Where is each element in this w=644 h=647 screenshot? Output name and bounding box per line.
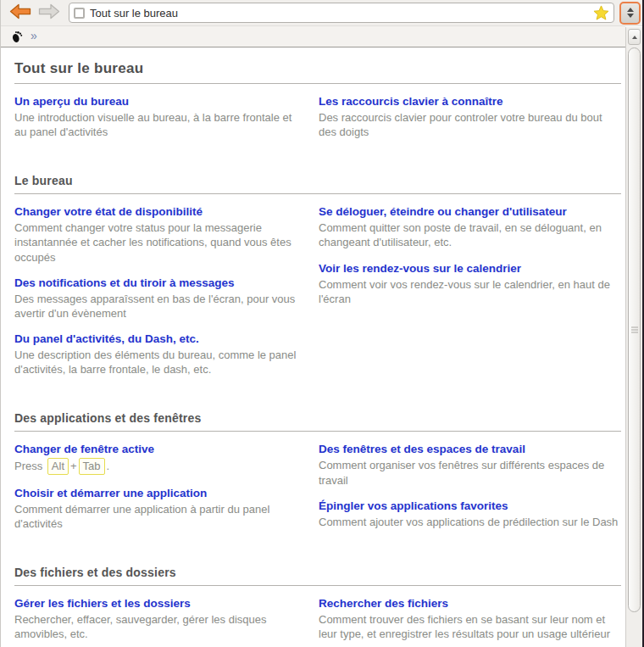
location-text: Tout sur le bureau (90, 7, 588, 20)
topic-item: Épingler vos applications favoritesComme… (319, 499, 621, 529)
topic-column: Changer de fenêtre activePress Alt+Tab.C… (14, 443, 303, 542)
topic-desc: Des raccourcis clavier pour controler vo… (319, 110, 621, 139)
topic-column: Les raccourcis clavier à connaîtreDes ra… (319, 95, 621, 151)
desc-text: . (107, 460, 110, 472)
content-area: Tout sur le bureau Un aperçu du bureauUn… (2, 48, 625, 647)
topic-item: Changer de fenêtre activePress Alt+Tab. (14, 443, 303, 474)
toolbar: Tout sur le bureau (1, 0, 644, 26)
scroll-up-button[interactable] (628, 29, 641, 45)
page-icon (74, 8, 85, 19)
topic-link[interactable]: Épingler vos applications favorites (319, 499, 508, 512)
section-heading: Des fichiers et des dossiers (14, 566, 621, 579)
keyboard-key: Tab (79, 458, 105, 474)
section-divider (14, 193, 621, 194)
title-divider (14, 83, 621, 84)
topic-item: Choisir et démarrer une applicationComme… (14, 487, 303, 531)
desc-text: Press (14, 460, 46, 472)
spin-button[interactable] (619, 2, 641, 25)
section-divider (14, 585, 621, 586)
topic-link[interactable]: Voir les rendez-vous sur le calendrier (319, 262, 521, 275)
topic-sections: Un aperçu du bureauUne introduction visu… (14, 95, 621, 647)
topic-item: Se déloguer, éteindre ou changer d'utili… (319, 205, 621, 249)
topic-desc: Une description des éléments du bureau, … (14, 348, 303, 376)
topic-item: Un aperçu du bureauUne introduction visu… (14, 95, 303, 139)
topic-item: Les raccourcis clavier à connaîtreDes ra… (319, 95, 621, 139)
gnome-foot-icon[interactable] (11, 31, 23, 43)
topic-desc: Comment trouver des fichiers en se basan… (319, 612, 621, 641)
topic-column: Un aperçu du bureauUne introduction visu… (14, 95, 303, 151)
topic-link[interactable]: Des fenêtres et des espaces de travail (319, 443, 525, 455)
topic-desc: Comment ajouter vos applications de préd… (319, 515, 621, 529)
chevron-right-icon[interactable]: » (31, 30, 37, 43)
topic-link[interactable]: Rechercher des fichiers (319, 597, 448, 610)
topic-link[interactable]: Des notifications et du tiroir à message… (14, 276, 235, 289)
topic-item: Du panel d'activités, du Dash, etc.Une d… (14, 332, 303, 376)
breadcrumb: » (1, 26, 625, 47)
desc-text: + (70, 460, 77, 472)
topic-column: Gérer les fichiers et les dossiersRecher… (14, 597, 303, 647)
forward-button[interactable] (35, 3, 64, 23)
topic-link[interactable]: Gérer les fichiers et les dossiers (14, 597, 191, 610)
spin-down-icon[interactable] (627, 14, 634, 18)
topic-column: Des fenêtres et des espaces de travailCo… (319, 443, 621, 540)
section-divider (14, 431, 621, 432)
spin-up-icon[interactable] (627, 8, 634, 12)
keyboard-key: Alt (47, 458, 69, 474)
topic-desc: Press Alt+Tab. (14, 458, 303, 474)
topic-link[interactable]: Les raccourcis clavier à connaître (319, 95, 503, 108)
section-heading: Des applications et des fenêtres (14, 411, 621, 425)
scrollbar-thumb[interactable] (628, 47, 641, 612)
section-columns: Un aperçu du bureauUne introduction visu… (14, 95, 621, 151)
scroll-up-icon (632, 36, 637, 39)
topic-desc: Une introduction visuelle au bureau, à l… (14, 110, 303, 139)
topic-column: Se déloguer, éteindre ou changer d'utili… (319, 205, 621, 318)
topic-desc: Des messages apparaîssent en bas de l'éc… (14, 292, 303, 321)
topic-desc: Comment quitter son poste de travail, en… (319, 220, 621, 249)
section-columns: Changer de fenêtre activePress Alt+Tab.C… (14, 443, 621, 542)
topic-item: Gérer les fichiers et les dossiersRecher… (14, 597, 303, 641)
section-columns: Changer votre état de disponibilitéComme… (14, 205, 621, 388)
back-button[interactable] (6, 3, 35, 23)
topic-item: Des notifications et du tiroir à message… (14, 276, 303, 321)
forward-icon (37, 3, 61, 22)
topic-link[interactable]: Du panel d'activités, du Dash, etc. (14, 332, 199, 345)
topic-item: Voir les rendez-vous sur le calendrierCo… (319, 262, 621, 306)
topic-desc: Comment changer votre status pour la mes… (14, 220, 303, 264)
page-title: Tout sur le bureau (14, 60, 621, 77)
section-heading: Le bureau (14, 174, 621, 187)
topic-desc: Comment organiser vos fenêtres sur diffé… (319, 458, 621, 487)
topic-item: Changer votre état de disponibilitéComme… (14, 205, 303, 264)
scrollbar-track[interactable] (625, 27, 642, 647)
topic-column: Changer votre état de disponibilitéComme… (14, 205, 303, 388)
topic-link[interactable]: Choisir et démarrer une application (14, 487, 207, 499)
topic-desc: Rechercher, effacer, sauvegarder, gérer … (14, 612, 303, 641)
bookmark-star-icon[interactable] (593, 5, 609, 20)
topic-item: Des fenêtres et des espaces de travailCo… (319, 443, 621, 487)
back-icon (8, 3, 32, 22)
section-columns: Gérer les fichiers et les dossiersRecher… (14, 597, 621, 647)
location-field[interactable]: Tout sur le bureau (69, 3, 614, 23)
topic-column: Rechercher des fichiersComment trouver d… (319, 597, 621, 647)
topic-desc: Comment voir vos rendez-vous sur le cale… (319, 277, 621, 306)
topic-link[interactable]: Se déloguer, éteindre ou changer d'utili… (319, 205, 567, 218)
topic-link[interactable]: Un aperçu du bureau (14, 95, 129, 108)
topic-desc: Comment démarrer une application à parti… (14, 502, 303, 531)
topic-item: Rechercher des fichiersComment trouver d… (319, 597, 621, 641)
topic-link[interactable]: Changer de fenêtre active (14, 443, 154, 455)
scrollbar-grip-icon (631, 327, 638, 333)
topic-link[interactable]: Changer votre état de disponibilité (14, 205, 203, 218)
